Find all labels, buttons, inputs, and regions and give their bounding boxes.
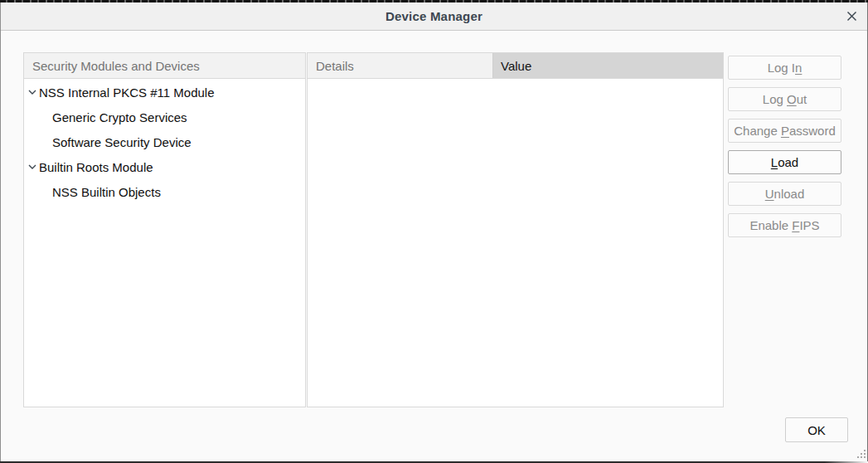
action-buttons: Log InLog OutChange PasswordLoadUnloadEn…	[728, 56, 841, 237]
dialog-title: Device Manager	[386, 9, 482, 23]
tree-item-label: Generic Crypto Services	[52, 110, 187, 124]
tree-item-label: Builtin Roots Module	[39, 160, 153, 174]
details-panel: Details Value	[307, 52, 724, 407]
resize-grip-icon[interactable]	[856, 449, 866, 460]
details-column-header[interactable]: Details	[308, 53, 493, 78]
window-left-edge	[0, 2, 1, 461]
log-in-button[interactable]: Log In	[728, 56, 841, 80]
enable-fips-button[interactable]: Enable FIPS	[728, 213, 841, 237]
tree-item-label: NSS Builtin Objects	[52, 185, 161, 199]
security-modules-panel: Security Modules and Devices NSS Interna…	[23, 52, 306, 407]
load-button[interactable]: Load	[728, 150, 841, 174]
close-icon[interactable]	[845, 10, 858, 23]
tree-item-label: Software Security Device	[52, 135, 192, 149]
tree-item[interactable]: Builtin Roots Module	[24, 154, 305, 179]
chevron-down-icon[interactable]	[28, 90, 36, 95]
ok-button[interactable]: OK	[785, 417, 848, 442]
tree-item[interactable]: Software Security Device	[24, 129, 305, 154]
tree-item[interactable]: NSS Internal PKCS #11 Module	[24, 80, 305, 105]
tree-column-header[interactable]: Security Modules and Devices	[24, 53, 305, 79]
device-tree: NSS Internal PKCS #11 ModuleGeneric Cryp…	[24, 80, 305, 407]
change-password-button[interactable]: Change Password	[728, 119, 841, 143]
value-column-header[interactable]: Value	[493, 53, 723, 78]
tree-item-label: NSS Internal PKCS #11 Module	[39, 85, 215, 100]
device-manager-dialog: Device Manager Security Modules and Devi…	[0, 0, 868, 463]
titlebar[interactable]: Device Manager	[1, 2, 867, 31]
tree-item[interactable]: NSS Builtin Objects	[24, 179, 305, 204]
tree-item[interactable]: Generic Crypto Services	[24, 105, 305, 129]
chevron-down-icon[interactable]	[28, 164, 36, 169]
details-body	[308, 80, 723, 407]
unload-button[interactable]: Unload	[728, 182, 841, 206]
log-out-button[interactable]: Log Out	[728, 87, 841, 111]
details-header: Details Value	[308, 53, 723, 79]
